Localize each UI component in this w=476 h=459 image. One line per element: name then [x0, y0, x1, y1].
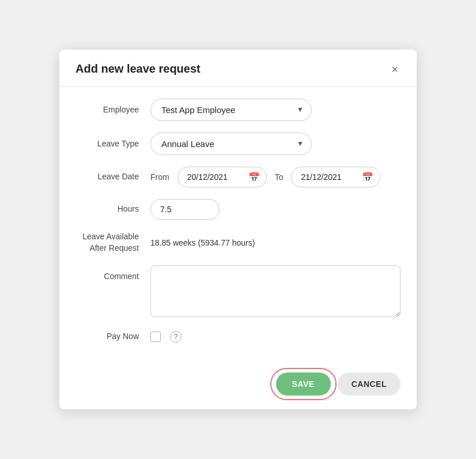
from-date-wrapper: 📅	[177, 167, 267, 187]
employee-label: Employee	[75, 104, 150, 116]
from-label: From	[150, 172, 169, 182]
leave-type-row: Leave Type Annual Leave Sick Leave Perso…	[75, 133, 401, 155]
comment-label: Comment	[75, 265, 150, 283]
leave-available-control: 18.85 weeks (5934.77 hours)	[150, 238, 401, 248]
leave-type-control: Annual Leave Sick Leave Personal Leave ▼	[150, 133, 401, 155]
dialog-header: Add new leave request ×	[59, 50, 417, 86]
hours-input[interactable]	[150, 199, 220, 220]
employee-row: Employee Test App Employee ▼	[75, 99, 401, 121]
hours-row: Hours	[75, 199, 401, 220]
pay-now-control: ?	[150, 331, 182, 343]
employee-select-wrapper: Test App Employee ▼	[150, 99, 312, 121]
leave-available-label: Leave AvailableAfter Request	[75, 231, 150, 254]
to-date-input[interactable]	[291, 167, 380, 187]
to-date-wrapper: 📅	[291, 167, 380, 187]
cancel-button[interactable]: CANCEL	[338, 373, 401, 396]
save-button[interactable]: SAVE	[276, 373, 331, 396]
hours-label: Hours	[75, 204, 150, 215]
pay-now-help-icon[interactable]: ?	[170, 331, 182, 343]
leave-available-value: 18.85 weeks (5934.77 hours)	[150, 238, 255, 247]
leave-type-label: Leave Type	[75, 138, 150, 150]
date-row: From 📅 To 📅	[150, 167, 401, 187]
dialog-title: Add new leave request	[75, 62, 201, 76]
from-date-input[interactable]	[177, 167, 267, 187]
hours-control	[150, 199, 401, 220]
leave-date-control: From 📅 To 📅	[150, 167, 401, 187]
comment-row: Comment	[75, 265, 401, 319]
leave-available-row: Leave AvailableAfter Request 18.85 weeks…	[75, 231, 401, 254]
comment-textarea[interactable]	[150, 265, 401, 317]
pay-now-label: Pay Now	[75, 331, 150, 343]
pay-now-row: Pay Now ?	[75, 331, 401, 343]
close-button[interactable]: ×	[389, 61, 401, 77]
leave-type-select[interactable]: Annual Leave Sick Leave Personal Leave	[150, 133, 312, 155]
dialog-body: Employee Test App Employee ▼ Leave Type …	[59, 99, 417, 368]
dialog: Add new leave request × Employee Test Ap…	[59, 50, 417, 409]
dialog-footer: SAVE CANCEL	[59, 368, 417, 409]
dialog-divider	[59, 86, 417, 87]
save-button-wrapper: SAVE	[276, 373, 331, 396]
employee-select[interactable]: Test App Employee	[150, 99, 312, 121]
leave-date-row: Leave Date From 📅 To 📅	[75, 167, 401, 187]
pay-now-checkbox[interactable]	[150, 332, 161, 342]
employee-control: Test App Employee ▼	[150, 99, 401, 121]
comment-control	[150, 265, 401, 319]
leave-type-select-wrapper: Annual Leave Sick Leave Personal Leave ▼	[150, 133, 312, 155]
leave-date-label: Leave Date	[75, 171, 150, 183]
to-label: To	[275, 172, 284, 182]
